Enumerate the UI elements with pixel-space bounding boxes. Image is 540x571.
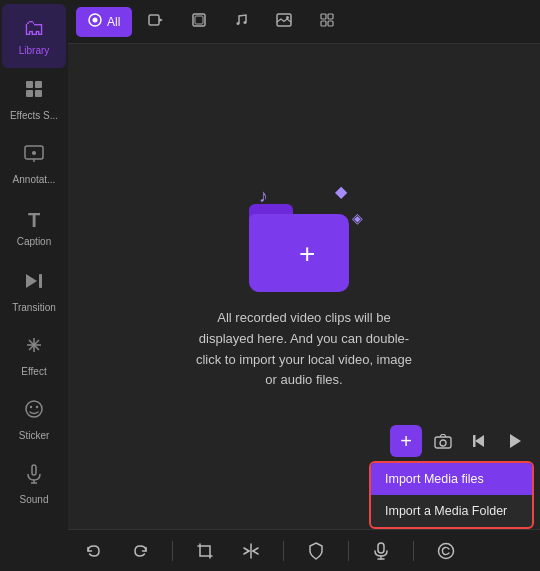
sidebar-item-label: Effects S... — [10, 110, 58, 122]
music-filter-icon — [234, 13, 248, 30]
svg-rect-21 — [149, 15, 159, 25]
import-dropdown-menu: Import Media files Import a Media Folder — [369, 461, 534, 529]
svg-rect-0 — [26, 81, 33, 88]
redo-button[interactable] — [126, 537, 154, 565]
filter-image-button[interactable] — [264, 7, 304, 37]
svg-point-20 — [93, 18, 98, 23]
sidebar-item-label: Effect — [21, 366, 46, 378]
mic-button[interactable] — [367, 537, 395, 565]
sidebar-item-label: Library — [19, 45, 50, 57]
import-media-files-item[interactable]: Import Media files — [371, 463, 532, 495]
plus-icon: + — [400, 430, 412, 453]
video-filter-icon — [148, 13, 164, 30]
undo-button[interactable] — [80, 537, 108, 565]
filter-grid-button[interactable] — [308, 7, 346, 37]
empty-state-text: All recorded video clips will be display… — [189, 308, 419, 391]
svg-rect-31 — [321, 21, 326, 26]
sidebar-item-transition[interactable]: Transition — [2, 260, 66, 324]
sidebar-item-sticker[interactable]: Sticker — [2, 388, 66, 452]
svg-rect-16 — [32, 465, 36, 475]
folder-illustration: ♪ ◆ ◈ + — [239, 182, 369, 292]
separator-3 — [348, 541, 349, 561]
split-button[interactable] — [237, 537, 265, 565]
sidebar-item-annotations[interactable]: Annotat... — [2, 132, 66, 196]
filter-photo-button[interactable] — [180, 7, 218, 37]
annotations-icon — [23, 142, 45, 170]
svg-rect-30 — [328, 14, 333, 19]
effects-icon — [23, 78, 45, 106]
effect-icon — [23, 334, 45, 362]
filter-music-button[interactable] — [222, 7, 260, 37]
svg-point-5 — [32, 151, 36, 155]
svg-rect-2 — [26, 90, 33, 97]
svg-point-14 — [30, 406, 32, 408]
svg-rect-8 — [39, 274, 42, 288]
sidebar-item-label: Sticker — [19, 430, 50, 442]
import-media-folder-item[interactable]: Import a Media Folder — [371, 495, 532, 527]
svg-point-28 — [286, 16, 289, 19]
grid-filter-icon — [320, 13, 334, 30]
diamond-deco-2: ◈ — [352, 210, 363, 226]
sidebar: 🗂 Library Effects S... Annotat... T Capt… — [0, 0, 68, 530]
crop-button[interactable] — [191, 537, 219, 565]
svg-line-41 — [253, 548, 258, 551]
caption-icon: T — [28, 209, 40, 232]
svg-rect-1 — [35, 81, 42, 88]
svg-line-40 — [244, 551, 249, 554]
sidebar-item-effect[interactable]: Effect — [2, 324, 66, 388]
sidebar-item-label: Transition — [12, 302, 56, 314]
svg-rect-32 — [328, 21, 333, 26]
separator-1 — [172, 541, 173, 561]
sidebar-item-label: Annotat... — [13, 174, 56, 186]
library-icon: 🗂 — [23, 15, 45, 41]
svg-rect-29 — [321, 14, 326, 19]
image-filter-icon — [276, 13, 292, 30]
top-toolbar: All — [68, 0, 540, 44]
sticker-icon — [23, 398, 45, 426]
separator-4 — [413, 541, 414, 561]
sidebar-item-label: Sound — [20, 494, 49, 506]
svg-point-25 — [237, 22, 240, 25]
svg-point-34 — [440, 440, 446, 446]
import-dropdown: + Import Media files Import a Media Fold… — [369, 425, 534, 529]
svg-rect-3 — [35, 90, 42, 97]
photo-filter-icon — [192, 13, 206, 30]
play-button[interactable] — [500, 426, 530, 456]
camera-button[interactable] — [428, 426, 458, 456]
separator-2 — [283, 541, 284, 561]
svg-marker-22 — [159, 18, 163, 22]
svg-point-46 — [439, 543, 454, 558]
filter-all-button[interactable]: All — [76, 7, 132, 37]
svg-marker-35 — [475, 435, 484, 447]
sidebar-item-effects[interactable]: Effects S... — [2, 68, 66, 132]
sidebar-item-caption[interactable]: T Caption — [2, 196, 66, 260]
svg-marker-7 — [26, 274, 37, 288]
svg-rect-36 — [473, 435, 476, 447]
svg-line-42 — [253, 551, 258, 554]
folder-plus-icon: + — [299, 240, 315, 268]
filter-video-button[interactable] — [136, 7, 176, 37]
svg-point-15 — [36, 406, 38, 408]
sidebar-item-library[interactable]: 🗂 Library — [2, 4, 66, 68]
bottom-bar — [0, 529, 540, 571]
sidebar-item-label: Caption — [17, 236, 51, 248]
svg-rect-43 — [378, 543, 384, 553]
dropdown-trigger-row: + — [369, 425, 534, 457]
folder-body: + — [249, 214, 349, 292]
import-plus-button[interactable]: + — [390, 425, 422, 457]
svg-rect-24 — [195, 16, 203, 24]
sidebar-item-sound[interactable]: Sound — [2, 452, 66, 516]
prev-button[interactable] — [464, 426, 494, 456]
svg-point-13 — [26, 401, 42, 417]
diamond-deco-1: ◆ — [335, 182, 347, 201]
sound-icon — [23, 462, 45, 490]
svg-marker-37 — [510, 434, 521, 448]
svg-line-39 — [244, 548, 249, 551]
all-icon — [88, 13, 102, 30]
transition-icon — [23, 270, 45, 298]
shield-button[interactable] — [302, 537, 330, 565]
svg-point-26 — [244, 21, 247, 24]
copyright-button[interactable] — [432, 537, 460, 565]
